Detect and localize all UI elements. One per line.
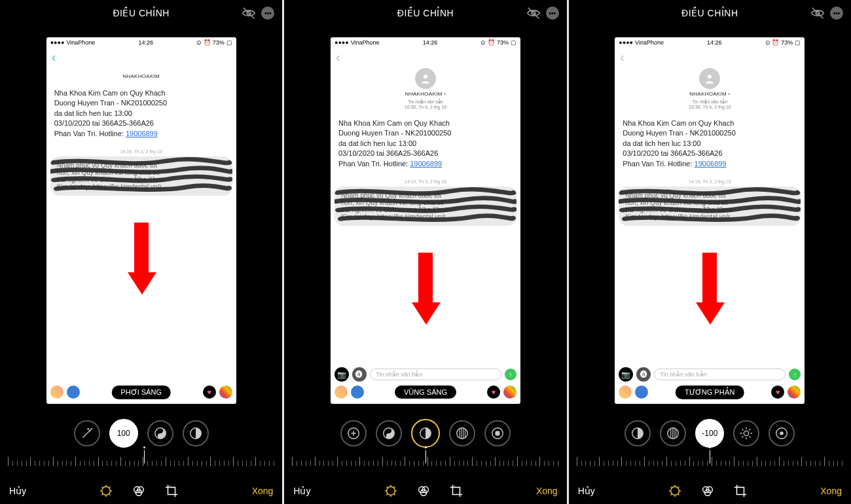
more-icon[interactable]: ••• bbox=[546, 7, 559, 20]
sender-sub: Tin nhắn văn bản bbox=[615, 99, 805, 105]
adjust-control-half[interactable] bbox=[411, 419, 440, 448]
appstore-icon[interactable]: 🅐 bbox=[352, 367, 367, 382]
back-button[interactable]: ‹ bbox=[336, 50, 340, 64]
filters-tab-icon[interactable] bbox=[700, 483, 715, 499]
heart-icon[interactable]: ♥ bbox=[771, 386, 784, 399]
heart-icon[interactable]: ♥ bbox=[487, 386, 500, 399]
hotline-link[interactable]: 19006899 bbox=[410, 160, 442, 168]
hotline-link[interactable]: 19006899 bbox=[126, 130, 158, 137]
adjust-value: 100 bbox=[117, 429, 130, 438]
crop-tab-icon[interactable] bbox=[164, 483, 179, 499]
avatar bbox=[699, 68, 720, 89]
app-drawer: PHƠI SÁNG♥ bbox=[50, 384, 232, 400]
sender-name: NHAKHOAKIM bbox=[46, 73, 236, 79]
cancel-button[interactable]: Hủy bbox=[293, 486, 310, 496]
svg-point-3 bbox=[88, 429, 88, 429]
camera-icon[interactable]: 📷 bbox=[619, 367, 633, 382]
done-button[interactable]: Xong bbox=[252, 486, 274, 496]
more-icon[interactable]: ••• bbox=[830, 7, 843, 20]
cancel-button[interactable]: Hủy bbox=[578, 486, 595, 496]
footer: HủyXong bbox=[569, 478, 851, 504]
image-preview[interactable]: ●●●● VinaPhone14:26⊙ ⏰ 73% ▢‹NHAKHOAKIM … bbox=[569, 26, 851, 415]
adjust-tab-icon[interactable] bbox=[383, 483, 399, 499]
sender-name: NHAKHOAKIM › bbox=[331, 91, 520, 97]
adjust-slider[interactable] bbox=[569, 449, 851, 478]
adjust-tab-icon[interactable] bbox=[667, 483, 683, 499]
sender-block[interactable]: NHAKHOAKIM bbox=[46, 67, 236, 83]
redacted-message: 14:19, Th 3, 2 thg 10Nham phuc vu Quy kh… bbox=[50, 149, 232, 212]
status-bar: ●●●● VinaPhone14:26⊙ ⏰ 73% ▢ bbox=[46, 37, 236, 48]
send-button[interactable]: ↑ bbox=[789, 369, 801, 380]
send-button[interactable]: ↑ bbox=[505, 369, 516, 380]
sender-time: 10:30, Th 6, 2 thg 10 bbox=[615, 105, 805, 109]
adjust-control-plus[interactable] bbox=[340, 420, 367, 446]
adjust-control-val[interactable]: -100 bbox=[695, 419, 724, 448]
message-bubble: Nha Khoa Kim Cam on Quy KhachDuong Huyen… bbox=[331, 113, 520, 174]
adjust-control-dot[interactable] bbox=[769, 420, 795, 446]
adjust-tab-icon[interactable] bbox=[98, 483, 114, 499]
svg-point-18 bbox=[386, 487, 395, 495]
visibility-off-icon[interactable] bbox=[810, 6, 825, 20]
message-input[interactable]: Tin nhắn văn bản bbox=[370, 369, 501, 380]
screenshot-content: ●●●● VinaPhone14:26⊙ ⏰ 73% ▢‹NHAKHOAKIM … bbox=[615, 37, 805, 404]
redacted-message: 14:19, Th 3, 2 thg 10Nham phuc vu Quy kh… bbox=[335, 179, 516, 242]
adjustment-label-pill: PHƠI SÁNG bbox=[111, 386, 171, 399]
footer: HủyXong bbox=[284, 478, 566, 504]
done-button[interactable]: Xong bbox=[536, 486, 558, 496]
appstore-icon[interactable]: 🅐 bbox=[636, 367, 651, 382]
sender-block[interactable]: NHAKHOAKIM ›Tin nhắn văn bản10:30, Th 6,… bbox=[615, 67, 805, 113]
header: ĐIỀU CHỈNH••• bbox=[569, 0, 851, 26]
svg-point-11 bbox=[424, 75, 427, 79]
adjust-slider[interactable] bbox=[0, 449, 282, 478]
crop-tab-icon[interactable] bbox=[448, 483, 464, 499]
svg-point-23 bbox=[708, 75, 712, 79]
back-button[interactable]: ‹ bbox=[52, 50, 56, 64]
header-title: ĐIỀU CHỈNH bbox=[113, 8, 169, 18]
adjust-control-yin[interactable] bbox=[147, 420, 173, 446]
message-bubble: Nha Khoa Kim Cam on Quy KhachDuong Huyen… bbox=[46, 83, 236, 144]
done-button[interactable]: Xong bbox=[820, 486, 842, 496]
app-icon[interactable] bbox=[788, 386, 801, 399]
svg-point-15 bbox=[457, 428, 468, 439]
crop-tab-icon[interactable] bbox=[733, 483, 748, 499]
adjust-slider[interactable] bbox=[284, 449, 566, 478]
app-icon[interactable] bbox=[503, 386, 516, 399]
message-input[interactable]: Tin nhắn văn bản bbox=[654, 369, 786, 380]
adjust-control-contrast[interactable] bbox=[484, 420, 511, 446]
svg-point-2 bbox=[91, 429, 92, 429]
adjust-control-striped[interactable] bbox=[660, 420, 686, 446]
image-preview[interactable]: ●●●● VinaPhone14:26⊙ ⏰ 73% ▢‹NHAKHOAKIM … bbox=[284, 26, 566, 415]
adjust-control-striped[interactable] bbox=[449, 420, 475, 446]
adjust-control-wand[interactable] bbox=[74, 420, 100, 446]
adjust-control-half[interactable] bbox=[625, 420, 651, 446]
message-input-row: 📷🅐Tin nhắn văn bản↑ bbox=[335, 367, 516, 382]
sender-time: 10:30, Th 6, 2 thg 10 bbox=[331, 105, 520, 109]
adjust-control-half[interactable] bbox=[183, 420, 209, 446]
app-icon[interactable] bbox=[219, 386, 232, 399]
editor-panel-2: ĐIỀU CHỈNH•••●●●● VinaPhone14:26⊙ ⏰ 73% … bbox=[569, 0, 851, 504]
adjust-control-val[interactable]: 100 bbox=[109, 419, 138, 448]
back-button[interactable]: ‹ bbox=[620, 50, 625, 64]
svg-point-25 bbox=[668, 428, 679, 439]
status-bar: ●●●● VinaPhone14:26⊙ ⏰ 73% ▢ bbox=[331, 37, 520, 48]
cancel-button[interactable]: Hủy bbox=[9, 486, 26, 496]
visibility-off-icon[interactable] bbox=[242, 6, 256, 20]
more-icon[interactable]: ••• bbox=[261, 7, 274, 20]
footer: HủyXong bbox=[0, 478, 282, 504]
visibility-off-icon[interactable] bbox=[526, 6, 541, 20]
header-title: ĐIỀU CHỈNH bbox=[397, 8, 454, 18]
camera-icon[interactable]: 📷 bbox=[335, 367, 349, 382]
filters-tab-icon[interactable] bbox=[416, 483, 431, 499]
hotline-link[interactable]: 19006899 bbox=[695, 160, 727, 168]
image-preview[interactable]: ●●●● VinaPhone14:26⊙ ⏰ 73% ▢‹NHAKHOAKIMN… bbox=[0, 26, 282, 415]
avatar bbox=[415, 68, 436, 89]
header-title: ĐIỀU CHỈNH bbox=[681, 8, 738, 18]
heart-icon[interactable]: ♥ bbox=[203, 386, 216, 399]
adjust-value: -100 bbox=[702, 429, 717, 438]
adjust-controls: 100 bbox=[0, 415, 282, 449]
sender-block[interactable]: NHAKHOAKIM ›Tin nhắn văn bản10:30, Th 6,… bbox=[331, 67, 520, 113]
filters-tab-icon[interactable] bbox=[131, 483, 147, 499]
adjust-control-yin[interactable] bbox=[376, 420, 402, 446]
adjust-control-bright[interactable] bbox=[733, 420, 759, 446]
svg-point-1 bbox=[89, 430, 90, 431]
